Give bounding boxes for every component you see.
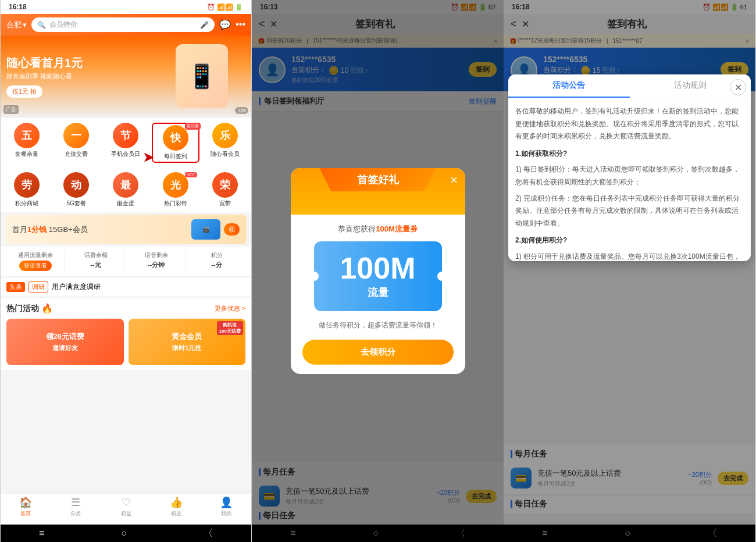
search-box[interactable]: 🔍 会员特价 🎤 [31,17,215,32]
modal-overlay: 首签好礼 ✕ 恭喜您获得100M流量券 100M 流量 [252,0,504,542]
purchase-badge: 购机送100元话费 [217,321,243,335]
promo-image: 🎬 [191,219,220,240]
tab-bar-3: 活动公告 活动规则 [508,74,751,98]
nav-benefits[interactable]: ♡ 权益 [101,496,151,518]
location-btn[interactable]: 合肥 ▾ [6,20,27,30]
sys-home-icon[interactable]: ○ [121,528,127,539]
status-icons-1: ⏰ 📶📶 🔋 [207,3,243,11]
modal-box: 首签好礼 ✕ 恭喜您获得100M流量券 100M 流量 [291,168,465,374]
modal-close-btn[interactable]: ✕ [450,174,458,187]
banner-btn[interactable]: 仅1元 抢 [6,85,42,98]
phone-center: 16:13 ⏰ 📶📶 🔋 62 < ✕ 签到有礼 🎁 羽获得10积分 | 151… [252,0,504,542]
modal-action-btn[interactable]: 去领积分 [302,340,454,365]
icon-item-5g[interactable]: 动 5G套餐 [52,172,99,208]
status-bar-1: 16:18 ⏰ 📶📶 🔋 [1,0,251,14]
promo-banner[interactable]: 首月1分钱 15GB+会员 🎬 领 [5,215,247,244]
status-time-1: 16:18 [9,3,27,11]
nav-selected[interactable]: 👍 精选 [151,496,201,518]
data-item-flow: 通用流量剩余 登录查看 [6,251,65,271]
data-item-points: 积分 --分 [188,251,245,271]
login-btn[interactable]: 登录查看 [19,261,52,271]
home-icon: 🏠 [19,496,32,509]
hot-card-2[interactable]: 黄金会员 限时1元抢 购机送100元话费 [129,319,246,365]
rule-content: 各位尊敬的移动用户，签到有礼活动升级归来！在新的签到活动中，您能更便捷地获取积分… [508,98,751,261]
modal-subtitle: 恭喜您获得100M流量券 [302,224,454,234]
nav-category[interactable]: ☰ 分类 [51,496,101,518]
sys-menu-icon[interactable]: ≡ [39,528,44,539]
phone-right: 16:18 ⏰ 📶📶 🔋 61 < ✕ 签到有礼 🎁 l*****12完成每日签… [504,0,755,542]
sys-nav-1: ≡ ○ 〈 [1,525,251,542]
phone-left: 16:18 ⏰ 📶📶 🔋 合肥 ▾ 🔍 会员特价 🎤 💬 ••• 随心看首月1元… [0,0,252,542]
icon-item-member-day[interactable]: 节 手机会员日 [102,123,149,163]
flow-card: 100M 流量 [314,241,442,311]
benefits-icon: ♡ [122,496,131,509]
nav-home[interactable]: 🏠 首页 [1,496,51,518]
icon-item-broadband[interactable]: 荣 宽带 [202,172,249,208]
more-icon[interactable]: ••• [236,19,245,30]
message-icon[interactable]: 💬 [219,19,231,30]
hot-badge: HOT [185,172,197,177]
news-section: 头条 调研 用户满意度调研 [1,278,251,296]
data-item-voice: 语音剩余 --分钟 [127,251,186,271]
modal-ribbon: 首签好礼 [320,168,436,191]
icon-item-recharge[interactable]: 一 充值交费 [52,123,99,163]
header-icons: 💬 ••• [219,19,245,30]
hot-grid: 领26元话费 邀请好友 黄金会员 限时1元抢 购机送100元话费 [6,319,245,365]
data-item-balance: 话费余额 --元 [67,251,125,271]
nav-mine[interactable]: 👤 我的 [201,496,251,518]
icon-item-daily-sign[interactable]: 快 每日签到 签法量 [152,123,199,163]
icon-item-package[interactable]: 五 套餐余量 [3,123,50,163]
selected-icon: 👍 [170,496,183,509]
banner-text: 随心看首月1元 踏春追剧季 视频随心看 仅1元 抢 [6,55,83,98]
icon-item-vip[interactable]: 乐 随心看会员 [202,123,249,163]
news-tag2[interactable]: 调研 [28,281,48,293]
sign-badge: 签法量 [185,123,201,130]
more-btn[interactable]: 更多优惠 > [215,304,245,313]
search-icon: 🔍 [37,21,46,29]
arrow-container: ➤ [143,150,154,165]
ad-badge: 广告 [3,105,19,114]
fire-icon: 🔥 [41,303,53,314]
voice-icon[interactable]: 🎤 [200,21,209,29]
icon-grid-row2: 劳 积分商城 动 5G套餐 最 砸金蛋 光 热门彩铃 HOT 荣 [1,167,251,212]
hot-section: 热门活动 🔥 更多优惠 > 领26元话费 邀请好友 黄金会员 限时1元抢 购机送… [1,298,251,370]
news-tag: 头条 [6,282,25,292]
banner-deco: 📱 [164,35,240,117]
hot-header: 热门活动 🔥 更多优惠 > [6,303,245,314]
close-rules-btn[interactable]: ✕ [730,79,746,95]
icon-item-ringtone[interactable]: 光 热门彩铃 HOT [152,172,199,208]
mine-icon: 👤 [220,496,233,509]
category-icon: ☰ [71,496,80,509]
news-text: 用户满意度调研 [52,282,101,292]
arrow-icon: ➤ [143,150,154,165]
sys-back-icon[interactable]: 〈 [204,527,213,540]
hot-card-1[interactable]: 领26元话费 邀请好友 [6,319,124,365]
modal-note: 做任务得积分，超多话费流量等你领！ [302,320,454,330]
rules-modal: ✕ 活动公告 活动规则 各位尊敬的移动用户，签到有礼活动升级归来！在新的签到活动… [508,74,751,261]
page-indicator: 1/9 [235,107,248,114]
promo-text: 首月1分钱 15GB+会员 [12,224,88,235]
icon-item-points[interactable]: 劳 积分商城 [3,172,50,208]
icon-grid-row1: 五 套餐余量 一 充值交费 节 手机会员日 快 每日签到 签法量 乐 [1,118,251,167]
banner-area: 随心看首月1元 踏春追剧季 视频随心看 仅1元 抢 📱 广告 1/9 [1,35,251,117]
bottom-nav: 🏠 首页 ☰ 分类 ♡ 权益 👍 精选 👤 我的 [1,493,251,525]
data-row: 通用流量剩余 登录查看 话费余额 --元 语音剩余 --分钟 积分 --分 [1,247,251,276]
modal-body: 恭喜您获得100M流量券 100M 流量 做任务得积分，超多话费流量等你领！ 去… [291,215,465,374]
phone1-header: 合肥 ▾ 🔍 会员特价 🎤 💬 ••• [1,14,251,35]
flow-card-wrapper: 100M 流量 [308,241,448,311]
modal-header: 首签好礼 ✕ [291,168,465,215]
hot-title: 热门活动 🔥 [6,303,53,314]
icon-item-egg[interactable]: 最 砸金蛋 [102,172,149,208]
tab-announcement[interactable]: 活动公告 [508,74,630,98]
promo-claim-btn[interactable]: 领 [224,223,240,236]
